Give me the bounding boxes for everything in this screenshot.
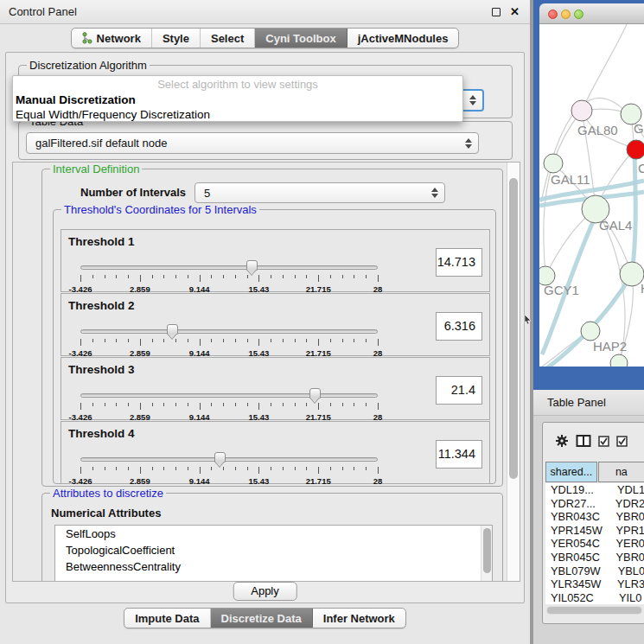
network-node[interactable]	[571, 100, 592, 121]
network-node[interactable]	[627, 140, 644, 159]
tab-label: Style	[163, 32, 189, 45]
name-cell[interactable]: YIL0	[612, 591, 641, 604]
shared-name-cell[interactable]: YER054C	[545, 537, 609, 551]
slider-thumb[interactable]	[214, 452, 226, 462]
column-header-name[interactable]: na	[598, 462, 644, 482]
threshold-slider[interactable]: -3.4262.8599.14415.4321.71528	[80, 453, 378, 484]
table-row[interactable]: YBR045CYBR0	[545, 551, 644, 564]
table-row[interactable]: YER054CYER0	[545, 537, 644, 551]
dropdown-option[interactable]: Equal Width/Frequency Discretization	[13, 107, 462, 122]
attribute-list-item[interactable]: TopologicalCoefficient	[55, 542, 492, 558]
network-node-label: GA	[634, 121, 644, 136]
numerical-attributes-list[interactable]: SelfLoopsTopologicalCoefficientBetweenne…	[54, 525, 493, 582]
table-data-combobox[interactable]: galFiltered.sif default node	[26, 132, 479, 154]
name-cell[interactable]: YDR2	[609, 497, 644, 511]
slider-thumb[interactable]	[309, 388, 321, 399]
threshold-value-field[interactable]: 6.316	[436, 312, 482, 341]
slider-track[interactable]	[80, 393, 378, 398]
number-of-intervals-combobox[interactable]: 5	[194, 182, 445, 203]
attribute-list-item[interactable]: BetweennessCentrality	[55, 558, 492, 575]
network-node-label: HAP2	[593, 339, 627, 354]
gear-icon[interactable]	[555, 434, 569, 448]
list-scrollbar[interactable]	[481, 526, 492, 582]
threshold-label: Threshold 3	[68, 363, 135, 376]
network-node[interactable]	[544, 154, 563, 173]
shared-name-cell[interactable]: YDR27...	[545, 497, 609, 511]
table-data-value: galFiltered.sif default node	[35, 137, 167, 150]
network-canvas[interactable]: GAL80GACGAL11GAL4GCY1HHAP2	[539, 24, 644, 367]
name-cell[interactable]: YPR1	[609, 524, 644, 538]
tab-cyni-toolbox[interactable]: Cyni Toolbox	[255, 29, 347, 48]
group-title-interval: Interval Definition	[50, 163, 142, 175]
tab-discretize-data[interactable]: Discretize Data	[211, 609, 313, 628]
shared-name-cell[interactable]: YIL052C	[545, 591, 612, 604]
attribute-list-item[interactable]: SelfLoops	[55, 526, 492, 542]
network-node[interactable]	[610, 354, 628, 367]
group-title-algorithm: Discretization Algorithm	[27, 59, 150, 72]
shared-name-cell[interactable]: YDL19...	[545, 483, 610, 497]
name-cell[interactable]: YER0	[609, 537, 644, 551]
table-horizontal-scrollbar[interactable]	[546, 606, 642, 615]
tab-network[interactable]: Network	[72, 29, 152, 48]
shared-name-cell[interactable]: YBR045C	[545, 551, 609, 564]
split-columns-icon[interactable]	[576, 434, 591, 448]
tab-infer-network[interactable]: Infer Network	[313, 609, 405, 628]
checked-box-icon[interactable]	[616, 436, 628, 447]
table-row[interactable]: YBR043CYBR0	[545, 510, 644, 524]
column-header-shared-name[interactable]: shared...	[545, 462, 597, 482]
name-cell[interactable]: YLR3	[610, 577, 644, 591]
threshold-slider[interactable]: -3.4262.8599.14415.4321.71528	[80, 325, 378, 356]
scale-label: -3.426	[69, 476, 92, 486]
group-title-thresholds: Threshold's Coordinates for 5 Intervals	[61, 203, 259, 216]
slider-thumb[interactable]	[167, 324, 178, 335]
close-window-icon[interactable]: ✕	[510, 0, 520, 24]
slider-track[interactable]	[80, 457, 378, 462]
network-node-label: H	[641, 281, 644, 296]
table-row[interactable]: YBL079WYBL0	[545, 564, 644, 578]
shared-name-cell[interactable]: YBR043C	[545, 510, 609, 524]
shared-name-cell[interactable]: YLR345W	[545, 577, 610, 591]
tab-jactivemnodules[interactable]: jActiveMNodules	[348, 29, 459, 48]
settings-scrollbar[interactable]	[507, 163, 520, 581]
table-row[interactable]: YLR345WYLR3	[545, 577, 644, 591]
threshold-list: Threshold 1-3.4262.8599.14415.4321.71528…	[61, 229, 490, 485]
slider-ticks	[80, 467, 378, 475]
name-cell[interactable]: YDL1	[610, 483, 644, 497]
network-node[interactable]	[581, 322, 600, 341]
threshold-value-field[interactable]: 21.4	[436, 376, 482, 405]
table-row[interactable]: YIL052CYIL0	[545, 591, 644, 604]
threshold-slider[interactable]: -3.4262.8599.14415.4321.71528	[80, 261, 378, 292]
threshold-value-field[interactable]: 11.344	[436, 440, 482, 469]
apply-button[interactable]: Apply	[233, 582, 297, 601]
shared-name-cell[interactable]: YPR145W	[545, 524, 609, 538]
name-cell[interactable]: YBR0	[609, 551, 644, 564]
tab-label: jActiveMNodules	[358, 32, 449, 45]
name-cell[interactable]: YBL0	[611, 564, 644, 578]
threshold-value-field[interactable]: 14.713	[436, 248, 482, 277]
slider-track[interactable]	[80, 265, 378, 270]
dropdown-option[interactable]: Manual Discretization	[13, 92, 462, 107]
table-row[interactable]: YDR27...YDR2	[545, 497, 644, 511]
network-edge[interactable]	[582, 24, 628, 111]
dropdown-placeholder-item[interactable]: Select algorithm to view settings	[13, 76, 462, 92]
name-cell[interactable]: YBR0	[609, 510, 644, 524]
table-row[interactable]: YPR145WYPR1	[545, 524, 644, 538]
zoom-traffic-light-icon[interactable]	[574, 10, 583, 19]
close-traffic-light-icon[interactable]	[548, 10, 558, 19]
shared-name-cell[interactable]: YBL079W	[545, 564, 611, 578]
slider-thumb[interactable]	[246, 260, 258, 271]
threshold-slider[interactable]: -3.4262.8599.14415.4321.71528	[80, 389, 378, 420]
slider-track[interactable]	[80, 329, 378, 334]
tab-style[interactable]: Style	[152, 29, 201, 48]
checked-box-icon[interactable]	[598, 436, 609, 447]
control-panel-window: Control Panel ✕ NetworkStyleSelectCyni T…	[0, 0, 530, 644]
slider-scale-labels: -3.4262.8599.14415.4321.71528	[80, 412, 378, 421]
minimize-traffic-light-icon[interactable]	[561, 10, 571, 19]
float-window-icon[interactable]	[492, 8, 501, 16]
table-toolbar	[543, 430, 628, 452]
network-edge-thick[interactable]	[632, 155, 635, 274]
tab-select[interactable]: Select	[201, 29, 255, 48]
network-node-label: GAL80	[577, 123, 618, 137]
table-row[interactable]: YDL19...YDL1	[545, 483, 644, 497]
tab-impute-data[interactable]: Impute Data	[124, 609, 210, 628]
